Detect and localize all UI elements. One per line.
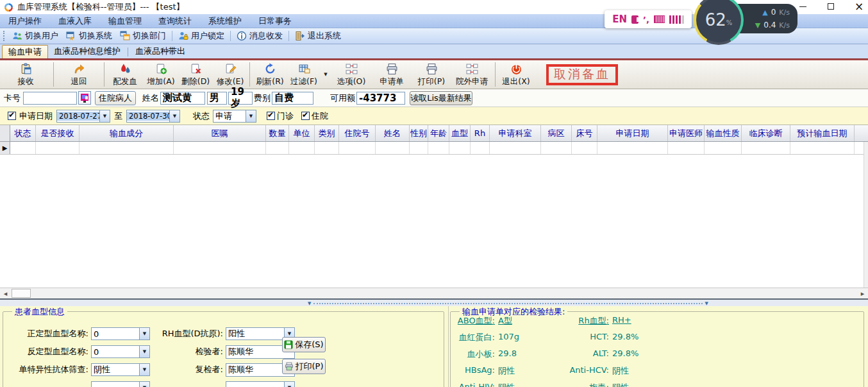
status-select[interactable]: 申请: [213, 110, 256, 123]
main-toolbar: 接收 退回 配发血 增加(A) 删除(D) 修改(E) 刷新(R): [0, 60, 868, 89]
outpatient-checkbox[interactable]: [267, 112, 275, 120]
chevron-down-icon[interactable]: [139, 382, 149, 387]
refresh-button[interactable]: 刷新(R): [252, 61, 288, 88]
ime-toolbar-icon[interactable]: [669, 15, 684, 24]
switch-system-button[interactable]: 切换系统: [62, 30, 116, 42]
cutoff-select[interactable]: [226, 381, 295, 387]
menu-daily[interactable]: 日常事务: [250, 14, 300, 28]
delete-button[interactable]: 删除(D): [178, 61, 213, 88]
options-button[interactable]: 选项(O): [331, 61, 371, 88]
receive-button[interactable]: 接收: [0, 61, 51, 88]
col-gender[interactable]: 性别: [410, 125, 428, 141]
dispense-blood-button[interactable]: 配发血: [106, 61, 144, 88]
col-physician[interactable]: 申请医师: [668, 125, 705, 141]
minimize-button[interactable]: [797, 2, 808, 11]
chevron-down-icon[interactable]: [99, 110, 110, 122]
ime-mode-icon[interactable]: [631, 15, 638, 24]
vertical-scrollbar[interactable]: [864, 142, 868, 288]
col-request-date[interactable]: 申请日期: [597, 125, 668, 141]
col-status[interactable]: 状态: [10, 125, 36, 141]
col-planned-date[interactable]: 预计输血日期: [790, 125, 855, 141]
col-nature[interactable]: 输血性质: [705, 125, 742, 141]
col-bed[interactable]: 床号: [572, 125, 597, 141]
col-diagnosis[interactable]: 临床诊断: [742, 125, 790, 141]
tab-blood-type-info[interactable]: 血液品种信息维护: [48, 44, 126, 58]
col-name[interactable]: 姓名: [376, 125, 410, 141]
antibody-screen-select[interactable]: 阴性: [91, 363, 150, 376]
col-dept[interactable]: 申请科室: [490, 125, 541, 141]
scroll-right-icon[interactable]: [857, 288, 868, 298]
card-no-input[interactable]: [23, 92, 77, 105]
alt-label: ALT:: [551, 348, 609, 358]
add-button[interactable]: 增加(A): [144, 61, 178, 88]
chevron-down-icon[interactable]: [139, 364, 149, 375]
col-admission-no[interactable]: 住院号: [339, 125, 376, 141]
ime-punctuation-icon[interactable]: ’,: [643, 15, 649, 24]
col-rh[interactable]: Rh: [471, 125, 490, 141]
col-qty[interactable]: 数量: [266, 125, 289, 141]
print-report-button[interactable]: 打印(P): [282, 359, 326, 374]
col-category[interactable]: 类别: [315, 125, 339, 141]
card-reader-button[interactable]: [78, 91, 91, 105]
chevron-down-icon[interactable]: [139, 346, 149, 357]
menu-system-maint[interactable]: 系统维护: [200, 14, 250, 28]
cutoff-select[interactable]: [91, 381, 150, 387]
ime-keyboard-icon[interactable]: [654, 15, 665, 23]
col-order[interactable]: 医嘱: [174, 125, 266, 141]
ime-bar[interactable]: EN ’,: [605, 10, 692, 28]
scroll-left-icon[interactable]: [0, 288, 11, 298]
edit-button[interactable]: 修改(E): [213, 61, 247, 88]
filter-button[interactable]: 过滤(F): [288, 61, 320, 88]
chevron-down-icon[interactable]: [139, 328, 149, 340]
switch-department-button[interactable]: 切换部门: [116, 30, 170, 42]
col-cutoff[interactable]: 输: [855, 125, 868, 141]
menu-blood-in[interactable]: 血液入库: [50, 14, 100, 28]
reverse-type-select[interactable]: 0: [91, 345, 150, 358]
message-button[interactable]: 消息收发: [233, 30, 287, 42]
date-to-picker[interactable]: 2018-07-30 18: [126, 110, 180, 123]
tab-transfusion-request[interactable]: 输血申请: [2, 45, 48, 58]
menu-query-stats[interactable]: 查询统计: [150, 14, 200, 28]
inpatient-checkbox[interactable]: [301, 112, 310, 120]
inpatient-button[interactable]: 住院病人: [95, 91, 136, 105]
filter-dropdown-caret[interactable]: [320, 61, 331, 88]
external-request-label: 院外申请: [456, 76, 488, 87]
col-received[interactable]: 是否接收: [36, 125, 79, 141]
request-date-checkbox[interactable]: [8, 112, 16, 120]
exit-system-button[interactable]: 退出系统: [291, 30, 345, 42]
date-from-picker[interactable]: 2018-07-27 18: [56, 110, 110, 123]
forward-type-select[interactable]: 0: [91, 327, 150, 340]
table-row[interactable]: [0, 142, 868, 155]
tab-blood-type-export[interactable]: 血液品种带出: [129, 44, 191, 58]
hct-label: HCT:: [551, 332, 609, 341]
close-button[interactable]: ×: [854, 2, 864, 11]
request-form-button[interactable]: 申请单: [371, 61, 412, 88]
horizontal-scrollbar[interactable]: [0, 288, 868, 298]
read-lis-button[interactable]: 读取Lis最新结果: [410, 91, 472, 105]
save-button[interactable]: 保存(S): [282, 337, 326, 352]
chevron-down-icon[interactable]: [284, 382, 294, 387]
col-blood-type[interactable]: 血型: [449, 125, 471, 141]
scrollbar-thumb[interactable]: [12, 289, 31, 298]
chevron-down-icon[interactable]: [246, 110, 256, 122]
menu-user-ops[interactable]: 用户操作: [0, 14, 50, 28]
menu-transfusion[interactable]: 输血管理: [100, 14, 150, 28]
switch-department-label: 切换部门: [133, 30, 166, 42]
splitter-handle[interactable]: ▼ ▼: [308, 301, 708, 306]
col-unit[interactable]: 单位: [289, 125, 315, 141]
user-lock-button[interactable]: 用户锁定: [174, 30, 228, 42]
cancel-reserve-blood-highlight[interactable]: 取消备血: [546, 64, 618, 85]
switch-user-button[interactable]: 切换用户: [8, 30, 62, 42]
restore-button[interactable]: [826, 2, 836, 11]
chevron-down-icon[interactable]: [169, 110, 179, 122]
ime-language-indicator[interactable]: EN: [612, 13, 627, 25]
user-lock-icon: [178, 31, 188, 41]
external-request-button[interactable]: 院外申请: [451, 61, 493, 88]
panel-splitter[interactable]: ▼ ▼: [0, 298, 868, 306]
return-button[interactable]: 退回: [56, 61, 102, 88]
col-age[interactable]: 年龄: [428, 125, 449, 141]
col-component[interactable]: 输血成分: [79, 125, 174, 141]
col-ward[interactable]: 病区: [541, 125, 572, 141]
print-button[interactable]: 打印(P): [412, 61, 451, 88]
exit-button[interactable]: 退出(X): [497, 61, 535, 88]
